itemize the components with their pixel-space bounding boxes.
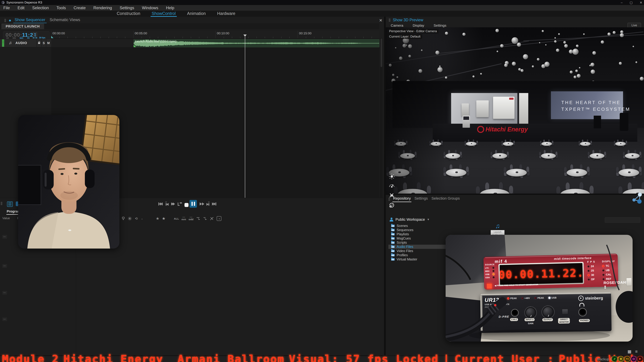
- status-sun-icon[interactable]: [618, 356, 624, 362]
- brightness-sun-icon[interactable]: [389, 173, 395, 180]
- select-even-button[interactable]: ••••evn: [182, 217, 186, 221]
- clip-fade-handle[interactable]: [134, 45, 136, 47]
- channel-cell[interactable]: [2, 235, 7, 239]
- status-green-icon[interactable]: [612, 356, 618, 362]
- live-button[interactable]: Live: [628, 23, 641, 28]
- programmer-drag-handle[interactable]: [1, 202, 2, 205]
- panel-close-icon[interactable]: ✕: [379, 18, 382, 23]
- transport-loop-button[interactable]: [176, 201, 182, 207]
- timeline-vertical-scrollbar[interactable]: [380, 38, 382, 198]
- chair: [622, 164, 625, 170]
- timecode-display: 00:00:11:24 HR MIN SEC FR 30 fps: [3, 31, 50, 40]
- transport-skip-start-button[interactable]: [157, 201, 163, 207]
- time-sync-clock-icon[interactable]: L: [389, 202, 395, 208]
- tree-item-scripts[interactable]: Scripts: [388, 241, 449, 245]
- highlight-bulb-icon[interactable]: [121, 216, 126, 221]
- transport-previous-cue-button[interactable]: [164, 201, 170, 207]
- menu-help[interactable]: Help: [166, 5, 174, 10]
- star-icon[interactable]: ★: [162, 216, 166, 221]
- menu-create[interactable]: Create: [74, 5, 86, 10]
- tab-animation[interactable]: Animation: [186, 11, 207, 17]
- preview-menu-camera[interactable]: Camera: [391, 23, 403, 27]
- tab-schematic-views[interactable]: Schematic Views: [48, 17, 82, 23]
- repository-filter-input[interactable]: [605, 217, 640, 223]
- list-view-button[interactable]: [7, 201, 13, 207]
- audio-track-header[interactable]: ♫ AUDIO S M: [0, 39, 51, 47]
- tabletop: [580, 142, 590, 146]
- tree-item-scenes[interactable]: Scenes: [388, 224, 449, 228]
- sequence-tab-product-launch[interactable]: PRODUCT LAUNCH: [1, 23, 44, 29]
- select-all-button[interactable]: ALL: [174, 217, 179, 220]
- tree-item-audio-files[interactable]: Audio Files: [388, 245, 449, 249]
- menu-windows[interactable]: Windows: [142, 5, 158, 10]
- status-fx-icon[interactable]: FX: [624, 356, 630, 362]
- close-button[interactable]: ✕: [640, 1, 642, 4]
- menu-edit[interactable]: Edit: [18, 5, 24, 10]
- tab-programmer[interactable]: Programmer: [7, 210, 19, 213]
- channel-cell[interactable]: [2, 264, 7, 268]
- tab-construction[interactable]: Construction: [116, 11, 141, 17]
- select-line-icon[interactable]: [196, 216, 200, 221]
- tree-item-sequences[interactable]: Sequences: [388, 228, 449, 232]
- chair: [539, 152, 541, 156]
- transport-stop-button[interactable]: [184, 202, 190, 208]
- tabletop: [446, 153, 460, 159]
- msc-sync-icon[interactable]: ⟲: [134, 216, 138, 221]
- select-line-alt-icon[interactable]: [203, 216, 207, 221]
- track-color-strip[interactable]: [2, 39, 4, 47]
- timeline-ruler[interactable]: 00:00:00 00:05:00 00:10:00 00:15:00: [51, 31, 379, 38]
- playhead[interactable]: [245, 34, 245, 198]
- performance-gauge-icon[interactable]: [389, 183, 395, 190]
- tree-item-playlists[interactable]: Playlists: [388, 232, 449, 236]
- minimize-button[interactable]: –: [621, 1, 623, 4]
- preview-menu-settings[interactable]: Settings: [434, 23, 446, 27]
- chair: [570, 164, 573, 170]
- tree-item-virtual-master[interactable]: Virtual Master: [388, 257, 449, 261]
- star-icon[interactable]: ★: [156, 216, 160, 221]
- transport-skip-end-button[interactable]: [211, 201, 217, 207]
- screen-text-line1: THE HEART OF THE: [561, 100, 621, 105]
- menu-file[interactable]: File: [3, 5, 10, 10]
- track-solo-button[interactable]: S: [41, 39, 46, 47]
- transport-next-cue-button[interactable]: [205, 201, 211, 207]
- chevron-down-icon[interactable]: ⌄: [141, 217, 143, 220]
- audio-clip-label: Launch Audio.wav {120.0 bpm}: [135, 40, 176, 43]
- tab-hardware[interactable]: Hardware: [216, 11, 236, 17]
- transport-pause-button[interactable]: [190, 200, 197, 208]
- menu-selection[interactable]: Selection: [32, 5, 49, 10]
- maximize-button[interactable]: ▢: [630, 1, 632, 4]
- 3d-viewport[interactable]: THE HEART OF THE TXPERT™ ECOSYSTEM Hitac…: [386, 27, 644, 209]
- xy-swap-icon[interactable]: xy: [210, 216, 214, 221]
- status-eye-icon[interactable]: [631, 356, 636, 362]
- vertical-splitter[interactable]: [384, 17, 386, 355]
- record-values-icon[interactable]: R: [128, 217, 132, 220]
- tab-repo-settings[interactable]: Settings: [414, 196, 428, 202]
- tab-show-sequencer[interactable]: Show Sequencer: [13, 17, 46, 23]
- tab-show-3d-preview[interactable]: Show 3D Preview: [393, 18, 423, 22]
- tab-showcontrol[interactable]: ShowControl: [150, 11, 176, 17]
- tab-selection-groups[interactable]: Selection Groups: [431, 196, 460, 202]
- preview-drag-handle[interactable]: [389, 18, 390, 22]
- tree-item-video-files[interactable]: Video Files: [388, 249, 449, 253]
- preview-menu-display[interactable]: Display: [413, 23, 424, 27]
- tab-repository[interactable]: Repository: [392, 196, 412, 202]
- select-odd-button[interactable]: ••••odd: [189, 217, 194, 221]
- status-play-icon[interactable]: [637, 356, 643, 362]
- track-mute-button[interactable]: M: [46, 39, 51, 47]
- panel-drag-handle[interactable]: [4, 19, 6, 22]
- channel-cell[interactable]: [2, 318, 7, 321]
- tree-item-profiles[interactable]: Profiles: [388, 253, 449, 257]
- visibility-tools-icon[interactable]: [389, 192, 395, 199]
- transport-rewind-button[interactable]: [170, 201, 176, 207]
- audio-clip[interactable]: Launch Audio.wav {120.0 bpm}: [134, 39, 379, 47]
- menu-settings[interactable]: Settings: [120, 5, 134, 10]
- invert-selection-icon[interactable]: ◑: [217, 216, 221, 221]
- tree-item-msgcues[interactable]: MsgCues: [388, 236, 449, 241]
- menu-tools[interactable]: Tools: [56, 5, 66, 10]
- channel-cell[interactable]: [2, 291, 7, 295]
- programmer-menu-value[interactable]: Value: [2, 217, 10, 220]
- track-lock-button[interactable]: [36, 39, 41, 47]
- transport-forward-button[interactable]: [199, 201, 205, 207]
- menu-rendering[interactable]: Rendering: [94, 5, 112, 10]
- workspace-selector[interactable]: Public Workspace ▼: [390, 217, 430, 222]
